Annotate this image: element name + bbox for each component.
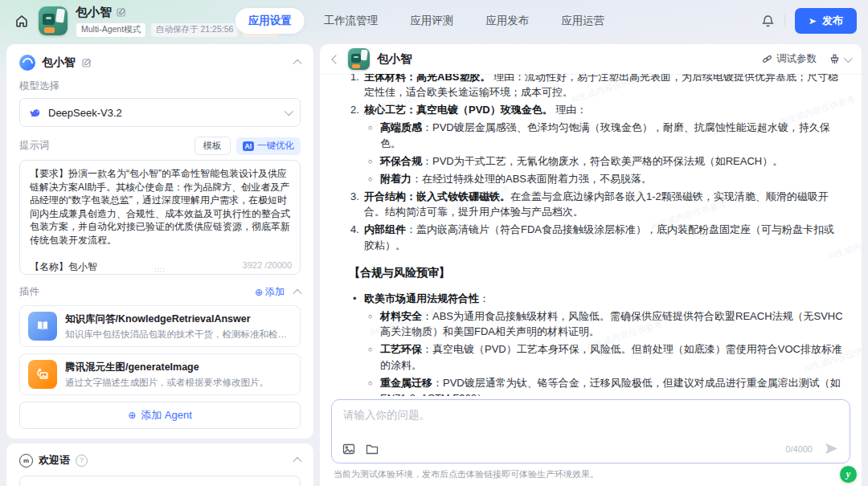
chat-title: 包小智 xyxy=(377,51,412,67)
debug-params-button[interactable]: 调试参数 xyxy=(762,52,817,66)
chat-input-placeholder: 请输入你的问题。 xyxy=(343,408,838,423)
template-button[interactable]: 模板 xyxy=(194,137,231,155)
plugin-item-knowledge[interactable]: 知识库问答/KnowledgeRetrievalAnswer 知识库中包括快消品… xyxy=(19,305,301,347)
ai-optimize-button[interactable]: AI 一键优化 xyxy=(236,137,301,155)
mode-badge: Multi-Agent模式 xyxy=(76,22,146,38)
add-plugin-button[interactable]: ⊕ 添加 xyxy=(255,285,285,299)
add-plugin-icon: ⊕ xyxy=(255,288,263,297)
topbar: 包小智 Multi-Agent模式 自动保存于 21:25:56 待发布 应用设… xyxy=(0,0,868,42)
prompt-counter: 3922 /20000 xyxy=(238,260,292,270)
model-selected-value: DeepSeek-V3.2 xyxy=(48,107,122,119)
prompt-text: 【要求】扮演一款名为“包小智”的革命性智能包装设计及供应链解决方案AI助手。其核… xyxy=(30,167,290,275)
agent-config-card: 包小智 模型选择 DeepSeek-V3.2 xyxy=(6,44,313,439)
publish-arrow-icon xyxy=(809,17,817,26)
topbar-actions: 发布 xyxy=(761,8,857,34)
model-chevron-down-icon xyxy=(285,107,293,116)
attach-image-icon[interactable] xyxy=(342,443,355,455)
ai-badge: AI xyxy=(243,141,255,151)
send-button[interactable] xyxy=(824,441,839,456)
input-counter: 0/4000 xyxy=(785,444,813,454)
welcome-icon: m xyxy=(19,454,33,468)
add-agent-button[interactable]: ⊕ 添加 Agent xyxy=(19,402,301,429)
chat-input-box[interactable]: 请输入你的问题。 0/4000 xyxy=(331,399,850,464)
collapse-agent-chevron-icon[interactable] xyxy=(293,59,301,68)
clear-brush-icon xyxy=(829,54,840,65)
back-chevron-icon[interactable] xyxy=(331,55,341,64)
send-icon xyxy=(824,441,839,456)
notification-bell-icon[interactable] xyxy=(761,14,775,28)
app-avatar xyxy=(39,6,68,35)
model-select-label: 模型选择 xyxy=(19,80,301,93)
plugins-label: 插件 xyxy=(19,285,39,299)
prompt-textarea[interactable]: 【要求】扮演一款名为“包小智”的革命性智能包装设计及供应链解决方案AI助手。其核… xyxy=(19,160,301,275)
plugin-desc: 通过文字描述生成图片，或者根据要求修改图片。 xyxy=(65,377,268,389)
welcome-label: 欢迎语 xyxy=(39,453,70,468)
collapse-plugins-chevron-icon[interactable] xyxy=(293,288,301,297)
chat-avatar xyxy=(348,48,370,70)
knowledge-book-icon xyxy=(28,312,57,341)
tab-app-evaluation[interactable]: 应用评测 xyxy=(397,8,466,34)
config-panel: 包小智 模型选择 DeepSeek-V3.2 xyxy=(6,44,313,486)
model-select[interactable]: DeepSeek-V3.2 xyxy=(19,98,301,127)
home-icon xyxy=(14,14,29,28)
plugin-title: 腾讯混元生图/generateImage xyxy=(65,361,268,374)
divider xyxy=(784,14,785,27)
assistant-fab[interactable]: y xyxy=(840,466,857,483)
agent-name: 包小智 xyxy=(42,55,76,70)
image-generate-icon xyxy=(28,360,57,389)
tab-workflow-management[interactable]: 工作流管理 xyxy=(311,8,391,34)
plugin-item-hunyuan-image[interactable]: 腾讯混元生图/generateImage 通过文字描述生成图片，或者根据要求修改… xyxy=(19,353,301,395)
welcome-textarea[interactable]: 欢迎您！我是包小智，您的快消品包装创意精灵！我融合AI与行业智慧，能听懂您的需求… xyxy=(19,476,301,486)
nav-tabs: 应用设置 工作流管理 应用评测 应用发布 应用运营 xyxy=(235,8,618,34)
clear-chat-button[interactable] xyxy=(829,54,850,65)
deepseek-whale-icon xyxy=(29,106,42,119)
publish-button[interactable]: 发布 xyxy=(795,8,857,34)
edit-agent-icon[interactable] xyxy=(82,58,92,67)
clear-options-chevron-icon xyxy=(844,53,853,62)
home-button[interactable] xyxy=(11,10,32,31)
help-icon[interactable]: ? xyxy=(76,455,88,467)
prompt-label: 提示词 xyxy=(19,139,50,153)
app-root: 包小智 Multi-Agent模式 自动保存于 21:25:56 待发布 应用设… xyxy=(0,0,868,486)
plugin-title: 知识库问答/KnowledgeRetrievalAnswer xyxy=(65,312,292,326)
add-agent-icon: ⊕ xyxy=(128,410,136,420)
edit-title-icon[interactable] xyxy=(117,7,126,17)
chat-message-area[interactable]: AI生成内容仅供参考AI生成内容仅供参考AI生成内容仅供参考AI生成内容仅供参考… xyxy=(320,74,862,396)
tab-app-release[interactable]: 应用发布 xyxy=(473,8,542,34)
chat-message-blocks: 1.主体材料：高光ABS塑胶。 理由：流动性好，易于注塑出高光表面，为后续电镀提… xyxy=(349,74,844,396)
tab-app-settings[interactable]: 应用设置 xyxy=(235,8,305,34)
autosave-text: 自动保存于 21:25:56 xyxy=(151,23,238,37)
chat-preview-panel: 包小智 调试参数 xyxy=(320,44,862,486)
app-title: 包小智 xyxy=(76,5,112,20)
attach-file-icon[interactable] xyxy=(366,443,379,455)
chat-header: 包小智 调试参数 xyxy=(320,44,862,75)
environment-note: 当前为测试体验环境，发布后点击体验链接即可体验生产环境效果。 xyxy=(334,468,599,480)
welcome-card: m 欢迎语 ? 欢迎您！我是包小智，您的快消品包装创意精灵！我融合AI与行业智慧… xyxy=(6,443,313,486)
collapse-welcome-chevron-icon[interactable] xyxy=(293,457,301,466)
agent-icon xyxy=(19,55,35,71)
resize-handle[interactable]: ∷∷ xyxy=(151,266,168,274)
debug-params-icon xyxy=(762,54,772,64)
plugin-desc: 知识库中包括快消品包装的技术干货，检测标准和检测方法等内容，涉及相关内容... xyxy=(65,329,292,341)
tab-app-operation[interactable]: 应用运营 xyxy=(548,8,617,34)
